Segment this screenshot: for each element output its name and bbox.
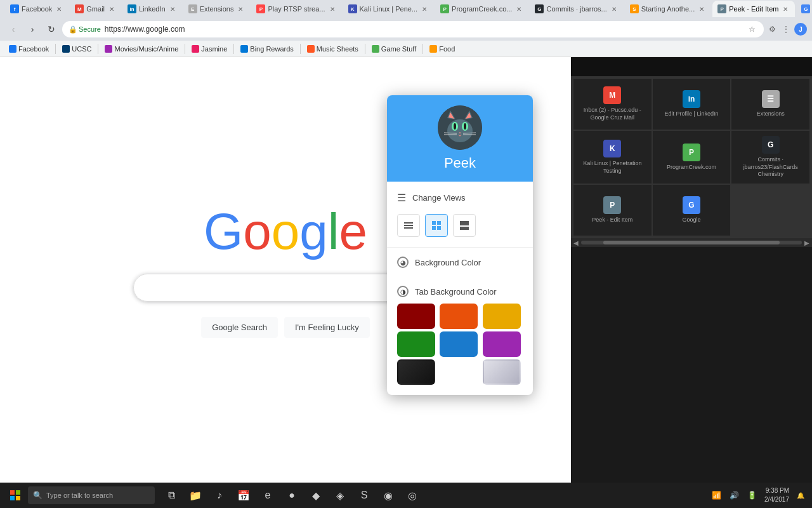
tab-close-tab-linkedin[interactable]: ✕ <box>168 4 177 13</box>
tab-tab-rtsp[interactable]: P Play RTSP strea... ✕ <box>251 1 341 17</box>
tab-close-tab-commits[interactable]: ✕ <box>610 4 619 13</box>
taskbar-search-box[interactable]: 🔍 Type or talk to search <box>28 486 155 504</box>
thumb-label-3: Kali Linux | Penetration Testing <box>579 160 646 175</box>
google-search-button[interactable]: Google Search <box>201 317 278 338</box>
thumbnail-0[interactable]: M Inbox (2) - Pucsc.edu - Google Cruz Ma… <box>573 79 652 130</box>
tab-tab-programcreek[interactable]: P ProgramCreek.co... ✕ <box>435 1 528 17</box>
extensions-icon[interactable]: ⚙ <box>766 23 778 35</box>
app-edge[interactable]: e <box>256 484 279 507</box>
app-fileexplorer[interactable]: 📁 <box>184 484 207 507</box>
thumbnail-6[interactable]: P Peek - Edit Item <box>573 185 652 236</box>
bm-gamestuff[interactable]: Game Stuff <box>368 44 420 54</box>
thumbnail-3[interactable]: K Kali Linux | Penetration Testing <box>573 131 652 184</box>
tab-favicon-tab-kali: K <box>348 4 357 13</box>
tab-tab-google[interactable]: G Google ✕ <box>796 1 812 17</box>
bm-ucsc[interactable]: UCSC <box>58 44 95 54</box>
tab-favicon-tab-facebook: f <box>10 4 19 13</box>
app-unknown2[interactable]: ◈ <box>329 484 351 507</box>
color-dark-red[interactable] <box>397 304 435 329</box>
tab-color-icon: ◑ <box>397 286 409 297</box>
app-skype[interactable]: S <box>353 484 376 507</box>
bm-bing[interactable]: Bing Rewards <box>237 44 297 54</box>
app-unknown3[interactable]: ◉ <box>377 484 400 507</box>
tab-tab-peek-edit[interactable]: P Peek - Edit Item ✕ <box>712 1 795 17</box>
color-silver[interactable] <box>483 359 521 385</box>
address-bar[interactable]: 🔒 Secure https://www.google.com ☆ <box>62 21 764 37</box>
tab-close-tab-rtsp[interactable]: ✕ <box>328 4 337 13</box>
bm-movies[interactable]: Movies/Music/Anime <box>101 44 182 54</box>
bm-music[interactable]: Music Sheets <box>303 44 362 54</box>
tab-tab-gmail[interactable]: M Gmail ✕ <box>70 1 121 17</box>
app-unknown4[interactable]: ◎ <box>401 484 424 507</box>
tab-tab-linkedin[interactable]: in LinkedIn ✕ <box>122 1 182 17</box>
tab-close-tab-gmail[interactable]: ✕ <box>107 4 116 13</box>
list-view-button[interactable] <box>397 214 420 237</box>
tab-close-tab-facebook[interactable]: ✕ <box>55 4 63 13</box>
thumbnail-4[interactable]: P ProgramCreek.com <box>653 131 731 184</box>
tab-tab-extensions[interactable]: E Extensions ✕ <box>183 1 251 17</box>
app-spotify[interactable]: ♪ <box>208 484 231 507</box>
color-white[interactable] <box>440 359 478 385</box>
back-button[interactable]: ‹ <box>5 21 22 37</box>
right-panel-header <box>571 57 812 76</box>
scroll-right-arrow[interactable]: ▶ <box>804 239 809 246</box>
tab-close-tab-extensions[interactable]: ✕ <box>236 4 245 13</box>
volume-icon[interactable]: 🔊 <box>726 488 742 503</box>
battery-icon[interactable]: 🔋 <box>744 488 759 503</box>
bm-jasmine[interactable]: Jasmine <box>188 44 231 54</box>
logo-o1: o <box>243 203 272 261</box>
color-orange-red[interactable] <box>440 304 478 329</box>
bookmark-star-icon[interactable]: ☆ <box>746 23 757 35</box>
thumbnail-1[interactable]: in Edit Profile | LinkedIn <box>653 79 731 130</box>
forward-button[interactable]: › <box>24 21 41 37</box>
color-blue[interactable] <box>440 331 478 357</box>
color-amber[interactable] <box>483 304 521 329</box>
thumbnail-5[interactable]: G Commits · jbarros23/FlashCards Chemist… <box>731 131 809 184</box>
thumb-label-0: Inbox (2) - Pucsc.edu - Google Cruz Mail <box>579 107 646 121</box>
tab-tab-facebook[interactable]: f Facebook ✕ <box>5 1 69 17</box>
card-view-button[interactable] <box>453 214 476 237</box>
tab-close-tab-programcreek[interactable]: ✕ <box>514 4 523 13</box>
bm-facebook[interactable]: Facebook <box>5 44 53 54</box>
app-chrome[interactable]: ● <box>280 484 303 507</box>
search-buttons: Google Search I'm Feeling Lucky <box>201 317 369 338</box>
svg-rect-23 <box>460 227 469 230</box>
thumbnails-grid: M Inbox (2) - Pucsc.edu - Google Cruz Ma… <box>571 76 812 238</box>
bg-color-icon: ◕ <box>397 257 409 268</box>
thumbnail-7[interactable]: G Google <box>653 185 731 236</box>
profile-avatar[interactable]: J <box>794 23 807 36</box>
scroll-left-arrow[interactable]: ◀ <box>573 239 579 246</box>
tab-label-tab-starting: Starting Anothe... <box>641 5 695 13</box>
color-black[interactable] <box>397 359 435 385</box>
app-unknown1[interactable]: ◆ <box>304 484 327 507</box>
start-button[interactable] <box>5 485 25 505</box>
reload-button[interactable]: ↻ <box>43 21 60 37</box>
lucky-button[interactable]: I'm Feeling Lucky <box>284 317 370 338</box>
tab-close-tab-peek-edit[interactable]: ✕ <box>781 4 790 13</box>
tab-tab-starting[interactable]: S Starting Anothe... ✕ <box>625 1 711 17</box>
search-input[interactable] <box>144 282 427 293</box>
network-icon[interactable]: 📶 <box>709 488 724 503</box>
bm-food-favicon <box>429 45 437 53</box>
color-purple[interactable] <box>483 331 521 357</box>
taskbar-search-icon: 🔍 <box>33 491 43 500</box>
notification-button[interactable]: 🔔 <box>794 489 807 502</box>
grid-view-button[interactable] <box>425 214 448 237</box>
tab-tab-kali[interactable]: K Kali Linux | Pene... ✕ <box>343 1 435 17</box>
chrome-menu-icon[interactable]: ⋮ <box>780 23 792 35</box>
bm-food[interactable]: Food <box>426 44 459 54</box>
bookmark-separator-1 <box>55 44 56 54</box>
tab-close-tab-kali[interactable]: ✕ <box>420 4 429 13</box>
url-display: https://www.google.com <box>105 25 742 34</box>
app-calendar[interactable]: 📅 <box>232 484 255 507</box>
tab-close-tab-starting[interactable]: ✕ <box>697 4 706 13</box>
change-views-item[interactable]: ☰ Change Views <box>387 187 533 209</box>
lock-icon: 🔒 <box>69 25 77 34</box>
tab-tab-commits[interactable]: G Commits · jbarros... ✕ <box>530 1 623 17</box>
thumbnail-2[interactable]: ☰ Extensions <box>731 79 809 130</box>
view-icons-row <box>387 209 533 242</box>
color-green[interactable] <box>397 331 435 357</box>
scroll-track[interactable] <box>581 241 802 244</box>
app-taskview[interactable]: ⧉ <box>160 484 183 507</box>
taskbar: 🔍 Type or talk to search ⧉📁♪📅e●◆◈S◉◎ 📶 🔊… <box>0 483 812 508</box>
